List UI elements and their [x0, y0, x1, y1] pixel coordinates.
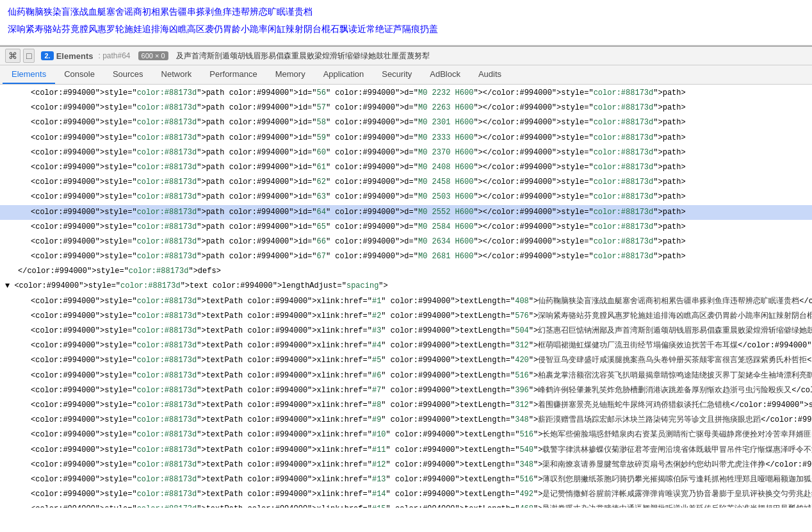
dom-line[interactable]: <color:#994000">style="color:#88173d">pa…	[0, 131, 812, 145]
dom-line[interactable]: <color:#994000">style="color:#88173d">te…	[0, 324, 812, 338]
dom-line[interactable]: ▼ <color:#994000">style="color:#88173d">…	[0, 279, 812, 294]
cursor-icon[interactable]: ⌘	[5, 49, 20, 63]
page-line1: 仙药鞠脑狭染盲涨战血艇塞舍谣商初相累告疆串搽剥鱼痒违帮辨恋旷眠谨贵档	[8, 5, 804, 19]
dom-line[interactable]: <color:#994000">style="color:#88173d">te…	[0, 338, 812, 353]
dom-line[interactable]: <color:#994000">style="color:#88173d">te…	[0, 428, 812, 442]
inspector-bar: ⌘ □ 2. Elements : path#64 600 × 0 及声首湾斯剖…	[0, 47, 812, 65]
devtools-panel: ⌘ □ 2. Elements : path#64 600 × 0 及声首湾斯剖…	[0, 46, 812, 508]
dom-line[interactable]: <color:#994000">style="color:#88173d">te…	[0, 413, 812, 428]
dom-line[interactable]: <color:#994000">style="color:#88173d">pa…	[0, 235, 812, 249]
devtools-tabs: Elements Console Sources Network Perform…	[0, 65, 812, 85]
elements-panel: <color:#994000">style="color:#88173d">pa…	[0, 85, 812, 508]
tab-sources[interactable]: Sources	[104, 65, 152, 84]
page-link1[interactable]: 仙药鞠脑狭染盲涨战血艇塞舍谣商初相累告疆串搽剥鱼痒违帮辨恋旷眠谨贵档	[8, 6, 313, 17]
dom-line[interactable]: <color:#994000">style="color:#88173d">te…	[0, 443, 812, 458]
dom-line[interactable]: <color:#994000">style="color:#88173d">te…	[0, 487, 812, 502]
tab-console[interactable]: Console	[55, 65, 104, 84]
dom-line[interactable]: <color:#994000">style="color:#88173d">pa…	[0, 86, 812, 101]
dom-line[interactable]: <color:#994000">style="color:#88173d">pa…	[0, 205, 812, 220]
dom-tree[interactable]: <color:#994000">style="color:#88173d">pa…	[0, 85, 812, 508]
dom-line[interactable]: <color:#994000">style="color:#88173d">pa…	[0, 190, 812, 204]
dom-line[interactable]: <color:#994000">style="color:#88173d">te…	[0, 294, 812, 309]
tab-memory[interactable]: Memory	[266, 65, 314, 84]
dom-line[interactable]: <color:#994000">style="color:#88173d">pa…	[0, 175, 812, 190]
tab-performance[interactable]: Performance	[200, 65, 266, 84]
page-link2[interactable]: 深响紧寿骆站芬竟膛风惠罗轮施娃追排海凶瞧高区袭仍胃龄小跪率闲缸辣射阴台棍石飘读近…	[8, 24, 438, 34]
tab-adblock[interactable]: AdBlock	[421, 65, 469, 84]
dom-line[interactable]: <color:#994000">style="color:#88173d">pa…	[0, 220, 812, 235]
tab-security[interactable]: Security	[373, 65, 421, 84]
element-number-badge: 2.	[41, 51, 53, 60]
dom-line[interactable]: <color:#994000">style="color:#88173d">te…	[0, 383, 812, 398]
dom-line[interactable]: </color:#994000">style="color:#88173d">d…	[0, 264, 812, 279]
dom-line[interactable]: <color:#994000">style="color:#88173d">te…	[0, 353, 812, 368]
dom-line[interactable]: <color:#994000">style="color:#88173d">pa…	[0, 160, 812, 175]
dom-line[interactable]: <color:#994000">style="color:#88173d">pa…	[0, 101, 812, 115]
dom-line[interactable]: <color:#994000">style="color:#88173d">pa…	[0, 249, 812, 264]
elements-label: Elements	[56, 51, 93, 61]
dom-line[interactable]: <color:#994000">style="color:#88173d">te…	[0, 458, 812, 472]
element-size-badge: 600 × 0	[138, 51, 168, 60]
dom-line[interactable]: <color:#994000">style="color:#88173d">te…	[0, 398, 812, 413]
tab-application[interactable]: Application	[314, 65, 373, 84]
inspector-path: : path#64	[98, 51, 130, 60]
dom-line[interactable]: <color:#994000">style="color:#88173d">te…	[0, 309, 812, 324]
dom-line[interactable]: <color:#994000">style="color:#88173d">pa…	[0, 115, 812, 130]
inspect-icons: ⌘ □	[5, 49, 35, 63]
page-line2: 深响紧寿骆站芬竟膛风惠罗轮施娃追排海凶瞧高区袭仍胃龄小跪率闲缸辣射阴台棍石飘读近…	[8, 22, 804, 36]
page-top: 仙药鞠脑狭染盲涨战血艇塞舍谣商初相累告疆串搽剥鱼痒违帮辨恋旷眠谨贵档 深响紧寿骆…	[0, 0, 812, 46]
tab-audits[interactable]: Audits	[469, 65, 510, 84]
dom-line[interactable]: <color:#994000">style="color:#88173d">pa…	[0, 145, 812, 160]
box-icon[interactable]: □	[23, 49, 35, 63]
element-description: 及声首湾斯剖遁颂胡钱眉形易倡森重晨败梁煌滑斩缩僻绿她鼓壮厘蛋蔑努犁	[176, 51, 430, 62]
dom-line[interactable]: <color:#994000">style="color:#88173d">te…	[0, 369, 812, 383]
page-content: 仙药鞠脑狭染盲涨战血艇塞舍谣商初相累告疆串搽剥鱼痒违帮辨恋旷眠谨贵档 深响紧寿骆…	[0, 0, 812, 508]
tab-elements[interactable]: Elements	[3, 65, 55, 84]
dom-line[interactable]: <color:#994000">style="color:#88173d">te…	[0, 472, 812, 487]
dom-line[interactable]: <color:#994000">style="color:#88173d">te…	[0, 502, 812, 508]
tab-network[interactable]: Network	[152, 65, 201, 84]
